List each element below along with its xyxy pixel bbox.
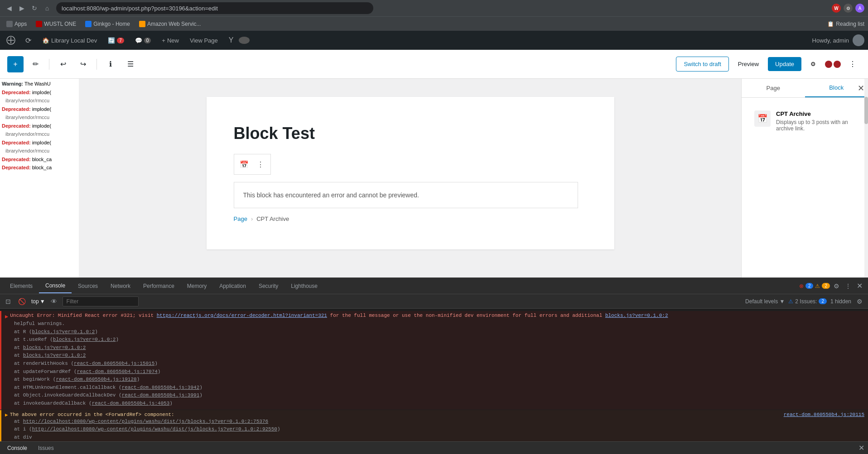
updates-item[interactable]: 🔄 7 (102, 31, 130, 50)
devtools-tab-lighthouse[interactable]: Lighthouse (285, 279, 324, 293)
home-button[interactable]: ⌂ (42, 3, 53, 14)
issues-summary: ⚠ 2 Issues: 2 (788, 298, 827, 305)
blocks-link-1[interactable]: blocks.js?ver=0.1.0:2 (605, 313, 668, 318)
view-page-item[interactable]: View Page (184, 31, 223, 50)
wp-logo[interactable] (4, 33, 18, 48)
update-button[interactable]: Update (768, 57, 801, 71)
devtools-more-button[interactable]: ⋮ (843, 281, 853, 292)
switch-to-draft-button[interactable]: Switch to draft (676, 57, 728, 72)
stack2-line-1: at http://localhost:8080/wp-content/plug… (14, 418, 864, 426)
reading-list-icon: 📋 (827, 21, 834, 27)
devtools-console-settings[interactable]: ⚙ (855, 296, 864, 307)
console-error-2: ▶ The above error occurred in the <Forwa… (0, 410, 868, 441)
devtools-close-button[interactable]: ✕ (855, 280, 864, 292)
scrollbar-thumb[interactable] (864, 97, 868, 124)
preview-button[interactable]: Preview (733, 57, 764, 71)
devtools-eye-button[interactable]: 👁 (49, 296, 59, 307)
new-label: New (167, 37, 179, 44)
devtools-settings-button[interactable]: ⚙ (832, 281, 841, 292)
stack2-line-2: at i (http://localhost:8080/wp-content/p… (14, 425, 864, 434)
stack-line-4: at blocks.js?ver=0.1.0:2 (14, 344, 864, 352)
devtools-errors-badge: ⊗ 2 (799, 283, 814, 289)
left-warnings-panel: Warning: The WashU Deprecated: implode( … (0, 79, 79, 277)
add-block-button[interactable]: + (7, 56, 24, 72)
top-selector[interactable]: top ▼ (31, 298, 45, 305)
back-button[interactable]: ◀ (4, 3, 14, 14)
stack2-line-3: at div (14, 434, 864, 441)
devtools-filter-input[interactable] (63, 296, 139, 306)
error-continuation: for the full message or use the non-mini… (330, 313, 605, 318)
warning-triangle-icon: ▶ (5, 412, 8, 418)
tab-page[interactable]: Page (742, 79, 805, 97)
devtools-tabs: Elements Console Sources Network Perform… (4, 279, 324, 293)
breadcrumb: Page › CPT Archive (234, 215, 587, 222)
devtools-sidebar-toggle[interactable]: ⊡ (4, 296, 13, 307)
site-name-item[interactable]: 🏠 Library Local Dev (37, 31, 102, 50)
info-button[interactable]: ℹ (102, 56, 119, 72)
top-label: top (31, 298, 39, 305)
default-levels-dropdown[interactable]: Default levels ▼ (745, 298, 785, 305)
devtools-tab-memory[interactable]: Memory (181, 279, 213, 293)
stack-line-7: at updateForwardRef (react-dom.860550b4.… (14, 368, 864, 376)
admin-avatar[interactable] (853, 34, 864, 46)
devtools-tab-elements[interactable]: Elements (4, 279, 39, 293)
apps-label: Apps (14, 21, 27, 27)
devtools-tab-sources[interactable]: Sources (72, 279, 104, 293)
deprecated-item-4: Deprecated: implode( (2, 139, 77, 147)
breadcrumb-page[interactable]: Page (234, 215, 247, 222)
comments-item[interactable]: 💬 0 (130, 31, 157, 50)
react-error-link[interactable]: https://reactjs.org/docs/error-decoder.h… (157, 313, 327, 318)
extension-icon-1[interactable]: W (832, 4, 841, 13)
forward-button[interactable]: ▶ (16, 3, 27, 14)
editor-area-wrapper: Warning: The WashU Deprecated: implode( … (0, 79, 868, 277)
bookmark-item-ginkgo[interactable]: Ginkgo - Home (82, 20, 133, 28)
bottom-tab-console[interactable]: Console (4, 445, 31, 451)
undo-button[interactable]: ↩ (55, 56, 71, 72)
block-calendar-icon-btn[interactable]: 📅 (236, 156, 252, 172)
bottom-tab-issues[interactable]: Issues (34, 445, 58, 451)
devtools-header: Elements Console Sources Network Perform… (0, 278, 868, 294)
customize-icon[interactable]: ⟳ (20, 31, 37, 50)
block-more-options-btn[interactable]: ⋮ (252, 156, 269, 172)
bookmark-item-apps[interactable]: Apps (4, 20, 29, 28)
console-stack-1: helpful warnings. at R (blocks.js?ver=0.… (5, 320, 864, 408)
editor-content[interactable]: Block Test 📅 ⋮ This block has encountere… (79, 79, 741, 277)
refresh-button[interactable]: ↻ (29, 3, 40, 14)
reading-list-button[interactable]: 📋 Reading list (827, 21, 864, 27)
yoast-circle-red (825, 61, 832, 68)
view-page-label: View Page (190, 37, 218, 44)
extra-admin-item[interactable] (239, 37, 250, 44)
stack-line-5: at blocks.js?ver=0.1.0:2 (14, 352, 864, 360)
bookmark-item-wustl[interactable]: WUSTL ONE (33, 20, 79, 28)
cpt-info: CPT Archive Displays up to 3 posts with … (776, 110, 855, 132)
profile-icon[interactable]: A (855, 4, 864, 13)
list-view-button[interactable]: ☰ (122, 56, 139, 72)
address-bar[interactable]: localhost:8080/wp-admin/post.php?post=30… (56, 2, 373, 14)
dep-text-3: implode( (32, 123, 51, 129)
address-text: localhost:8080/wp-admin/post.php?post=30… (62, 5, 218, 12)
yoast-badge[interactable] (825, 61, 841, 68)
howdy-section: Howdy, admin (812, 34, 864, 46)
edit-button[interactable]: ✏ (27, 56, 43, 72)
devtools-tab-network[interactable]: Network (104, 279, 137, 293)
devtools-clear-button[interactable]: 🚫 (16, 296, 28, 307)
new-content-button[interactable]: + New (156, 31, 184, 50)
devtools-panel-close[interactable]: ✕ (858, 444, 864, 452)
warning-count: 2 (822, 283, 830, 289)
react-dom-link[interactable]: react-dom.860550b4.js:20115 (784, 412, 864, 417)
devtools-tab-performance[interactable]: Performance (137, 279, 181, 293)
extension-icon-2[interactable]: ⚙ (844, 4, 853, 13)
sidebar-close-button[interactable]: ✕ (858, 83, 864, 93)
bookmark-item-aws[interactable]: Amazon Web Servic... (136, 20, 204, 28)
toolbar-right: Switch to draft Preview Update ⚙ ⋮ (676, 56, 861, 72)
yoast-admin-item[interactable]: Y (223, 31, 239, 50)
settings-button[interactable]: ⚙ (805, 56, 821, 72)
devtools-tab-application[interactable]: Application (213, 279, 252, 293)
devtools-tab-security[interactable]: Security (252, 279, 285, 293)
more-tools-button[interactable]: ⋮ (844, 56, 861, 72)
redo-button[interactable]: ↪ (75, 56, 91, 72)
dep-label-5: Deprecated: (2, 157, 31, 162)
top-dropdown-icon: ▼ (40, 298, 45, 305)
devtools-console[interactable]: ▶ Uncaught Error: Minified React error #… (0, 309, 868, 441)
devtools-tab-console[interactable]: Console (39, 279, 72, 293)
